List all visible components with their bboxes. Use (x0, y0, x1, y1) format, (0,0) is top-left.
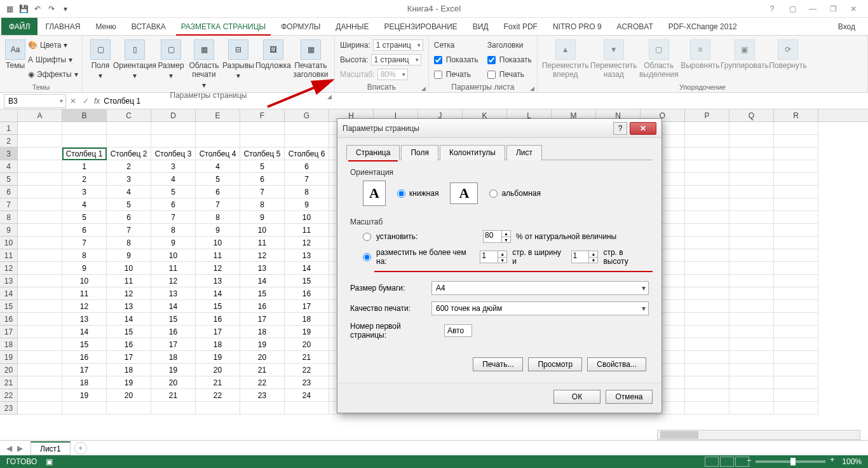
cell[interactable] (774, 249, 818, 262)
cell[interactable] (729, 326, 774, 338)
cell[interactable]: 15 (107, 326, 151, 338)
cell[interactable]: 11 (240, 237, 285, 249)
excel-icon[interactable]: ▦ (4, 3, 15, 15)
cell[interactable] (685, 351, 729, 364)
cell[interactable]: 14 (285, 262, 329, 275)
cell[interactable] (774, 389, 818, 402)
cell[interactable]: 17 (107, 351, 151, 364)
cell[interactable] (774, 351, 818, 364)
cell[interactable]: 20 (196, 364, 240, 376)
cell[interactable]: 16 (196, 313, 240, 326)
gridlines-show-check[interactable] (434, 56, 442, 64)
cell[interactable] (729, 237, 774, 249)
cell[interactable]: 2 (62, 173, 107, 186)
cell[interactable] (18, 122, 62, 135)
cell[interactable] (18, 160, 62, 173)
scale-launcher-icon[interactable]: ◢ (421, 85, 426, 92)
cell[interactable] (18, 198, 62, 211)
row-header[interactable]: 9 (0, 224, 18, 237)
dialog-tab-sheet[interactable]: Лист (506, 145, 542, 160)
sheet-nav-prev-icon[interactable]: ◀ (6, 444, 12, 453)
themes-button[interactable]: AaТемы (5, 38, 25, 70)
cell[interactable] (729, 249, 774, 262)
cell[interactable] (685, 249, 729, 262)
tab-formulas[interactable]: ФОРМУЛЫ (273, 18, 328, 35)
cell[interactable]: 24 (285, 389, 329, 402)
cell[interactable]: 16 (151, 326, 196, 338)
dialog-tab-margins[interactable]: Поля (401, 145, 438, 160)
row-header[interactable]: 8 (0, 211, 18, 224)
cell[interactable]: 17 (196, 326, 240, 338)
tab-view[interactable]: ВИД (465, 18, 496, 35)
cell[interactable]: 18 (62, 376, 107, 389)
tab-insert[interactable]: ВСТАВКА (124, 18, 173, 35)
cell[interactable] (285, 402, 329, 415)
redo-icon[interactable]: ↷ (46, 3, 57, 15)
cell[interactable]: 14 (62, 326, 107, 338)
zoom-slider[interactable] (756, 460, 825, 463)
cell[interactable] (729, 224, 774, 237)
cell[interactable] (774, 275, 818, 287)
portrait-radio[interactable] (397, 189, 405, 198)
set-to-radio[interactable] (363, 233, 371, 241)
cell[interactable] (774, 186, 818, 198)
cell[interactable] (774, 148, 818, 160)
preview-button[interactable]: Просмотр (528, 357, 582, 371)
print-quality-combo[interactable]: 600 точек на дюйм (431, 301, 649, 315)
cell[interactable]: 22 (240, 376, 285, 389)
cell[interactable]: 9 (151, 237, 196, 249)
cell[interactable] (685, 173, 729, 186)
tab-menu[interactable]: Меню (88, 18, 123, 35)
cell[interactable] (685, 262, 729, 275)
cell[interactable] (18, 135, 62, 148)
cell[interactable] (685, 160, 729, 173)
zoom-value[interactable]: 100% (842, 457, 862, 466)
cell[interactable] (729, 364, 774, 376)
cell[interactable]: 3 (151, 160, 196, 173)
cell[interactable]: 12 (151, 275, 196, 287)
cell[interactable] (729, 300, 774, 313)
sheet-opts-launcher-icon[interactable]: ◢ (530, 85, 534, 92)
col-header[interactable]: R (774, 109, 818, 121)
cell[interactable]: 19 (240, 338, 285, 351)
cell[interactable]: 7 (107, 224, 151, 237)
cell[interactable]: 21 (196, 376, 240, 389)
cell[interactable]: 10 (107, 262, 151, 275)
cell[interactable]: Столбец 6 (285, 148, 329, 160)
cell[interactable] (18, 186, 62, 198)
tab-data[interactable]: ДАННЫЕ (328, 18, 376, 35)
cell[interactable]: 11 (196, 249, 240, 262)
cell[interactable]: 4 (151, 173, 196, 186)
cell[interactable]: 8 (240, 198, 285, 211)
cell[interactable]: 17 (151, 338, 196, 351)
cell[interactable] (774, 198, 818, 211)
cell[interactable]: 19 (196, 351, 240, 364)
cell[interactable] (729, 275, 774, 287)
cell[interactable] (18, 389, 62, 402)
cell[interactable] (685, 313, 729, 326)
dialog-tab-page[interactable]: Страница (346, 145, 400, 160)
cell[interactable]: 9 (196, 224, 240, 237)
cell[interactable]: 18 (240, 326, 285, 338)
customize-qat-icon[interactable]: ▾ (60, 3, 71, 15)
cell[interactable] (685, 122, 729, 135)
cell[interactable] (774, 376, 818, 389)
col-header[interactable]: A (18, 109, 62, 121)
name-box[interactable]: B3 (4, 94, 66, 108)
cell[interactable]: 19 (151, 364, 196, 376)
cell[interactable]: 22 (285, 364, 329, 376)
cell[interactable]: 5 (240, 160, 285, 173)
cell[interactable]: Столбец 3 (151, 148, 196, 160)
save-icon[interactable]: 💾 (18, 3, 29, 15)
cell[interactable]: 3 (62, 186, 107, 198)
cell[interactable]: Столбец 1 (62, 148, 107, 160)
cell[interactable]: 4 (62, 198, 107, 211)
row-header[interactable]: 23 (0, 402, 18, 415)
sheet-tab-1[interactable]: Лист1 (31, 441, 71, 455)
cell[interactable] (774, 122, 818, 135)
fit-to-radio[interactable] (363, 253, 371, 261)
gridlines-print-check[interactable] (434, 71, 442, 79)
sheet-nav-next-icon[interactable]: ▶ (17, 444, 23, 453)
tab-file[interactable]: ФАЙЛ (1, 18, 37, 35)
cell[interactable] (18, 237, 62, 249)
